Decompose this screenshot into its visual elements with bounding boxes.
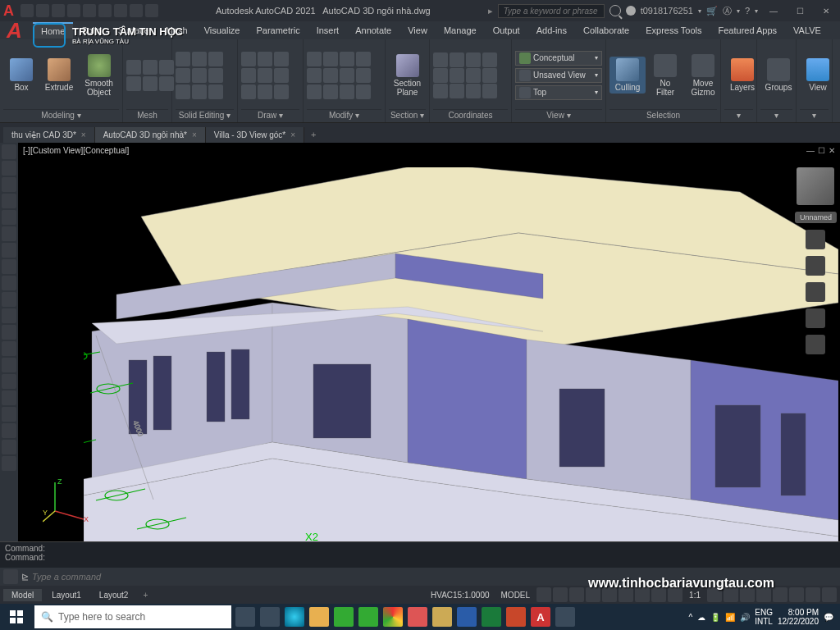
coord-tool-icon[interactable] (482, 68, 497, 83)
viewport-maximize-icon[interactable]: ☐ (818, 146, 825, 155)
draw-tool-icon[interactable] (241, 84, 256, 99)
layout-tab-2[interactable]: Layout2 (91, 589, 137, 601)
qat-saveas-icon[interactable] (83, 4, 96, 17)
explorer-icon[interactable] (309, 607, 329, 627)
extrude-button[interactable]: Extrude (41, 57, 77, 94)
doc-tab-2[interactable]: Villa - 3D View góc*× (206, 127, 304, 143)
offset-tool-icon[interactable] (2, 390, 16, 405)
coord-tool-icon[interactable] (433, 52, 448, 67)
orbit-icon[interactable] (806, 308, 825, 328)
qat-open-icon[interactable] (52, 4, 65, 17)
customize-status-icon[interactable] (822, 587, 837, 602)
rotate-tool-icon[interactable] (2, 308, 16, 323)
app-logo-large-icon[interactable]: A (7, 18, 22, 43)
doc-tab-0[interactable]: thu viện CAD 3D*× (3, 127, 95, 143)
new-tab-button[interactable]: + (304, 126, 322, 143)
tray-time[interactable]: 8:00 PM (778, 608, 819, 617)
modify-tool-icon[interactable] (356, 68, 371, 83)
hatch-tool-icon[interactable] (2, 243, 16, 258)
layers-button[interactable]: Layers (724, 57, 760, 94)
qat-share-icon[interactable] (145, 4, 158, 17)
solid-edit-icon[interactable] (208, 68, 223, 83)
draw-tool-icon[interactable] (274, 52, 289, 66)
tab-parametric[interactable]: Parametric (248, 23, 308, 38)
tab-visualize[interactable]: Visualize (196, 23, 249, 38)
isolate-icon[interactable] (773, 587, 788, 602)
coord-tool-icon[interactable] (450, 68, 464, 83)
app-icon[interactable] (358, 607, 378, 627)
visual-style-dropdown[interactable]: Conceptual▾ (515, 51, 602, 66)
panel-coordinates-label[interactable]: Coordinates (433, 109, 508, 121)
autodesk-icon[interactable]: Ⓐ (723, 5, 732, 17)
doc-tab-1[interactable]: AutoCAD 3D ngôi nhà*× (95, 127, 206, 143)
tray-lang[interactable]: ENG (755, 608, 773, 617)
model-space-toggle[interactable]: MODEL (496, 591, 536, 600)
tab-manage[interactable]: Manage (436, 23, 485, 38)
add-layout-button[interactable]: + (138, 591, 153, 600)
hardware-accel-icon[interactable] (789, 587, 804, 602)
draw-tool-icon[interactable] (274, 84, 289, 99)
tab-output[interactable]: Output (485, 23, 528, 38)
viewport-minimize-icon[interactable]: — (806, 146, 815, 155)
solid-edit-icon[interactable] (176, 68, 190, 83)
tab-valve[interactable]: VALVE (785, 23, 829, 38)
solid-edit-icon[interactable] (176, 52, 190, 66)
modify-tool-icon[interactable] (323, 52, 338, 66)
cart-icon[interactable]: 🛒 (706, 6, 718, 16)
rect-tool-icon[interactable] (2, 210, 16, 225)
dim-tool-icon[interactable] (2, 440, 16, 454)
panel-solid-editing-label[interactable]: Solid Editing ▾ (176, 109, 234, 121)
coord-tool-icon[interactable] (482, 84, 497, 98)
coord-tool-icon[interactable] (450, 52, 464, 67)
coord-tool-icon[interactable] (466, 84, 481, 98)
modify-tool-icon[interactable] (356, 84, 371, 99)
qat-menu-icon[interactable] (21, 4, 34, 17)
chrome-icon[interactable] (383, 607, 403, 627)
edge-icon[interactable] (285, 607, 304, 627)
minimize-button[interactable]: — (763, 2, 784, 20)
modify-tool-icon[interactable] (307, 68, 322, 83)
box-button[interactable]: Box (3, 57, 39, 94)
help-search-input[interactable] (498, 4, 605, 18)
smooth-object-button[interactable]: Smooth Object (79, 52, 119, 98)
draw-tool-icon[interactable] (241, 52, 256, 66)
zoom-icon[interactable] (806, 282, 825, 302)
excel-icon[interactable] (482, 607, 501, 627)
draw-tool-icon[interactable] (258, 68, 272, 83)
taskbar-search[interactable]: 🔍Type here to search (34, 605, 231, 628)
qat-save-icon[interactable] (67, 4, 80, 17)
ucs-icon[interactable]: ZXY (43, 474, 92, 525)
tab-view[interactable]: View (399, 23, 436, 38)
trim-tool-icon[interactable] (2, 358, 16, 372)
view-button[interactable]: View (800, 57, 836, 94)
modify-tool-icon[interactable] (356, 52, 371, 66)
pan-icon[interactable] (806, 256, 825, 276)
draw-tool-icon[interactable] (241, 68, 256, 83)
mirror-tool-icon[interactable] (2, 325, 16, 340)
table-tool-icon[interactable] (2, 456, 16, 471)
layout-tab-1[interactable]: Layout1 (43, 589, 89, 601)
solid-edit-icon[interactable] (192, 84, 207, 99)
panel-view-label[interactable]: View ▾ (515, 109, 602, 121)
command-prompt-icon[interactable] (3, 569, 18, 584)
ortho-icon[interactable] (569, 587, 584, 602)
panel-selection-label[interactable]: Selection (609, 109, 717, 121)
cortana-icon[interactable] (235, 607, 255, 627)
tab-collaborate[interactable]: Collaborate (575, 23, 637, 38)
tab-annotate[interactable]: Annotate (347, 23, 399, 38)
user-name[interactable]: t0918176251 (641, 6, 693, 16)
array-tool-icon[interactable] (2, 407, 16, 422)
start-button[interactable] (0, 604, 33, 630)
copy-tool-icon[interactable] (2, 276, 16, 290)
qat-new-icon[interactable] (36, 4, 49, 17)
ellipse-tool-icon[interactable] (2, 226, 16, 241)
maximize-button[interactable]: ☐ (789, 2, 810, 20)
autocad-icon[interactable]: A (531, 607, 550, 627)
draw-tool-icon[interactable] (274, 68, 289, 83)
scale-tool-icon[interactable] (2, 341, 16, 356)
qat-undo-icon[interactable] (114, 4, 127, 17)
mesh-tool-icon[interactable] (143, 60, 158, 75)
solid-edit-icon[interactable] (208, 84, 223, 99)
panel-draw-label[interactable]: Draw ▾ (241, 109, 299, 121)
close-icon[interactable]: × (290, 130, 295, 139)
